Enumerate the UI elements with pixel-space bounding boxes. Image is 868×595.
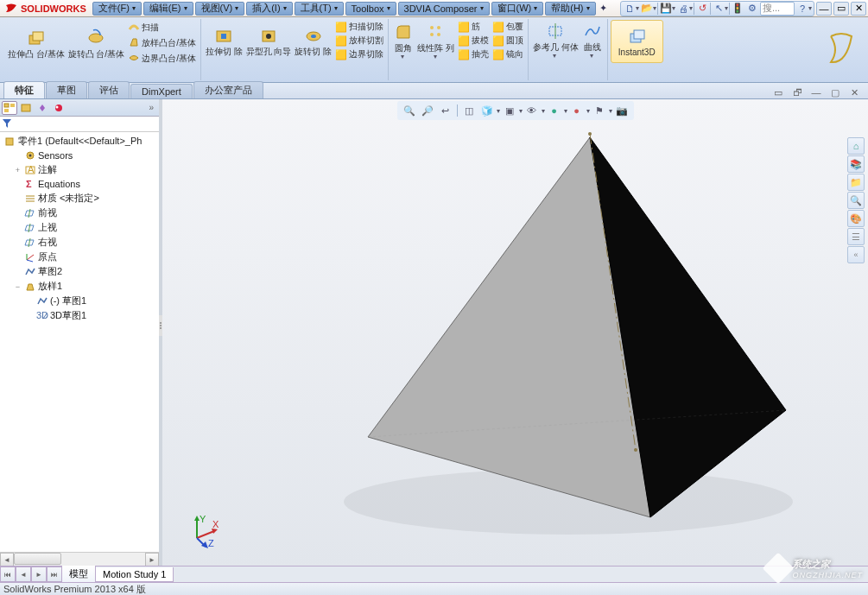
rebuild-icon[interactable]: ↺ xyxy=(695,2,709,16)
revolve-cut-button[interactable]: 旋转切 除 xyxy=(293,24,333,57)
view-orient-icon[interactable]: 🧊 xyxy=(478,103,496,118)
sidebar-hscroll[interactable]: ◄ ► xyxy=(0,552,159,566)
menu-help[interactable]: 帮助(H)▾ xyxy=(545,2,595,16)
taskpane-custom-icon[interactable]: ☰ xyxy=(847,228,865,245)
doc-min-icon[interactable]: — xyxy=(809,86,823,98)
display-style-icon[interactable]: ▣ xyxy=(501,103,518,118)
prev-view-icon[interactable]: ↩ xyxy=(437,103,454,118)
open-icon[interactable]: 📂 xyxy=(640,2,654,16)
tree-item[interactable]: 前视 xyxy=(0,206,159,220)
tree-item[interactable]: 右视 xyxy=(0,235,159,250)
menu-3dvia[interactable]: 3DVIA Composer▾ xyxy=(398,2,490,16)
loft-boss-button[interactable]: 放样凸台/基体 xyxy=(126,35,198,51)
tree-item[interactable]: (-) 草图1 xyxy=(0,294,159,308)
dome-button[interactable]: 🟨圆顶 xyxy=(491,34,525,47)
search-input[interactable]: 搜... xyxy=(760,2,795,16)
instant3d-button[interactable]: Instant3D xyxy=(611,20,663,63)
shell-button[interactable]: 🟨抽壳 xyxy=(456,47,491,61)
appearance-icon[interactable]: ● xyxy=(546,103,563,118)
scroll-left-icon[interactable]: ◄ xyxy=(0,553,14,567)
reference-geometry-button[interactable]: 参考几 何体▾ xyxy=(531,20,580,60)
tab-prev-icon[interactable]: ◄ xyxy=(16,567,31,582)
panel-expand-icon[interactable]: » xyxy=(145,103,157,112)
tab-first-icon[interactable]: ⏮ xyxy=(0,567,16,582)
sweep-boss-button[interactable]: 扫描 xyxy=(126,20,198,35)
scroll-thumb[interactable] xyxy=(14,553,61,565)
tree-item[interactable]: ΣEquations xyxy=(0,177,159,191)
taskpane-collapse-icon[interactable]: « xyxy=(847,246,865,263)
taskpane-explorer-icon[interactable]: 📁 xyxy=(847,174,865,191)
tree-item[interactable]: Sensors xyxy=(0,149,159,162)
close-button[interactable]: ✕ xyxy=(851,2,866,16)
settings-icon[interactable]: ⚙ xyxy=(745,2,759,16)
bottom-tab-model[interactable]: 模型 xyxy=(61,566,96,583)
select-icon[interactable]: ↖ xyxy=(712,2,725,16)
tree-item[interactable]: 原点 xyxy=(0,250,159,264)
render-icon[interactable]: 📷 xyxy=(613,103,630,118)
feature-tree-tab-icon[interactable] xyxy=(2,101,17,115)
print-icon[interactable]: 🖨 xyxy=(676,2,690,16)
wrap-button[interactable]: 🟨包覆 xyxy=(491,20,525,34)
options-icon[interactable]: 🚦 xyxy=(731,2,744,16)
tab-features[interactable]: 特征 xyxy=(3,81,45,98)
doc-close-icon[interactable]: ✕ xyxy=(847,86,861,98)
tree-item[interactable]: −放样1 xyxy=(0,279,159,294)
tree-root[interactable]: 零件1 (Default<<Default>_Ph xyxy=(0,134,159,149)
menu-file[interactable]: 文件(F)▾ xyxy=(92,2,142,16)
extrude-cut-button[interactable]: 拉伸切 除 xyxy=(204,24,244,57)
curves-button[interactable]: 曲线▾ xyxy=(580,20,605,60)
save-icon[interactable]: 💾 xyxy=(659,2,673,16)
orientation-triad-icon[interactable]: Y X Z xyxy=(187,514,221,548)
tab-next-icon[interactable]: ► xyxy=(31,567,47,582)
property-tab-icon[interactable] xyxy=(18,101,34,115)
scroll-right-icon[interactable]: ► xyxy=(145,553,159,567)
taskpane-appearance-icon[interactable]: 🎨 xyxy=(847,210,865,227)
extrude-boss-button[interactable]: 拉伸凸 台/基体 xyxy=(6,27,67,60)
filter-row[interactable] xyxy=(0,117,159,132)
doc-max-icon[interactable]: ▢ xyxy=(828,86,842,98)
menu-edit[interactable]: 编辑(E)▾ xyxy=(143,2,193,16)
tab-last-icon[interactable]: ⏭ xyxy=(47,567,62,582)
help-icon[interactable]: ? xyxy=(795,2,809,16)
hole-wizard-button[interactable]: 异型孔 向导 xyxy=(244,24,294,57)
menu-tools[interactable]: 工具(T)▾ xyxy=(295,2,344,16)
taskpane-resources-icon[interactable]: ⌂ xyxy=(847,137,865,155)
tab-evaluate[interactable]: 评估 xyxy=(88,81,130,98)
linear-pattern-button[interactable]: 线性阵 列▾ xyxy=(415,21,456,61)
taskpane-view-icon[interactable]: 🔍 xyxy=(847,192,865,209)
minimize-button[interactable]: — xyxy=(816,2,832,16)
tree-item[interactable]: 上视 xyxy=(0,220,159,235)
tab-dimxpert[interactable]: DimXpert xyxy=(130,84,193,98)
taskpane-library-icon[interactable]: 📚 xyxy=(847,155,865,173)
view-setting-icon[interactable]: ⚑ xyxy=(591,103,608,118)
bottom-tab-motion[interactable]: Motion Study 1 xyxy=(95,567,174,582)
fillet-button[interactable]: 圆角▾ xyxy=(391,21,415,61)
mirror-button[interactable]: 🟨镜向 xyxy=(491,47,525,61)
draft-button[interactable]: 🟨拔模 xyxy=(456,34,491,47)
tab-office[interactable]: 办公室产品 xyxy=(193,81,263,98)
maximize-button[interactable]: ▭ xyxy=(833,2,849,16)
menu-toolbox[interactable]: Toolbox▾ xyxy=(345,2,396,16)
tree-item[interactable]: 草图2 xyxy=(0,264,159,279)
boundary-cut-button[interactable]: 🟨边界切除 xyxy=(333,47,385,61)
boundary-boss-button[interactable]: 边界凸台/基体 xyxy=(126,51,198,66)
tab-sketch[interactable]: 草图 xyxy=(46,81,87,98)
doc-restore-icon[interactable]: 🗗 xyxy=(790,86,804,98)
loft-cut-button[interactable]: 🟨放样切割 xyxy=(333,34,385,47)
scene-icon[interactable]: ● xyxy=(568,103,586,118)
revolve-boss-button[interactable]: 旋转凸 台/基体 xyxy=(67,27,127,60)
rib-button[interactable]: 🟨筋 xyxy=(456,20,491,34)
menu-window[interactable]: 窗口(W)▾ xyxy=(491,2,544,16)
tree-item[interactable]: 3D3D草图1 xyxy=(0,308,159,323)
zoom-fit-icon[interactable]: 🔍 xyxy=(401,103,418,118)
menu-view[interactable]: 视图(V)▾ xyxy=(195,2,245,16)
new-icon[interactable]: 🗋 xyxy=(623,2,637,16)
3d-viewport[interactable]: 🔍 🔎 ↩ ◫ 🧊▾ ▣▾ 👁▾ ●▾ ●▾ ⚑▾ 📷 ⌂ 📚 📁 🔍 🎨 ☰ … xyxy=(162,99,868,566)
tree-item[interactable]: 材质 <未指定> xyxy=(0,191,159,206)
pyramid-model[interactable] xyxy=(257,130,819,554)
filter-icon[interactable] xyxy=(2,118,14,130)
menu-more-icon[interactable]: ✦ xyxy=(597,2,611,16)
sweep-cut-button[interactable]: 🟨扫描切除 xyxy=(333,20,385,34)
doc-minimize-icon[interactable]: ▭ xyxy=(771,86,785,98)
menu-insert[interactable]: 插入(I)▾ xyxy=(246,2,292,16)
